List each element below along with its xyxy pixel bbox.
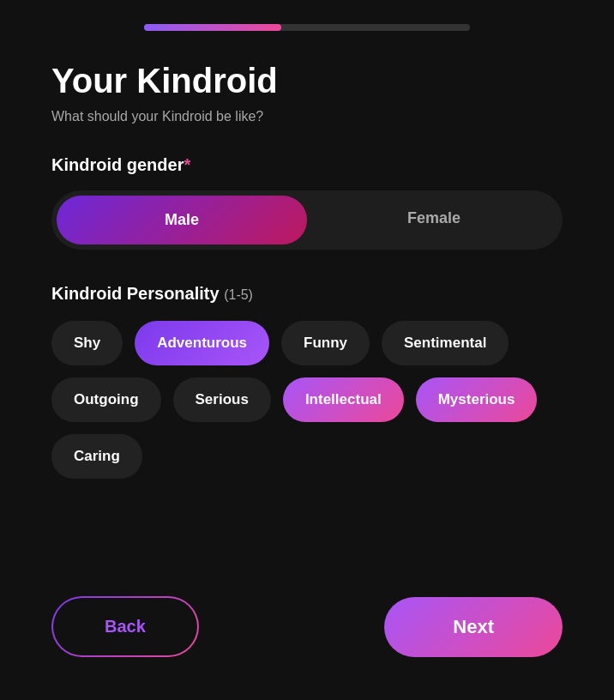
back-button[interactable]: Back bbox=[51, 596, 199, 657]
gender-toggle: Male Female bbox=[51, 190, 563, 250]
page-title: Your Kindroid bbox=[51, 62, 563, 100]
gender-section: Kindroid gender* Male Female bbox=[51, 155, 563, 250]
personality-chip-serious[interactable]: Serious bbox=[173, 377, 271, 422]
gender-label: Kindroid gender* bbox=[51, 155, 563, 175]
bottom-nav: Back Next bbox=[51, 596, 563, 657]
progress-bar-container bbox=[0, 0, 614, 31]
progress-bar-track bbox=[144, 24, 470, 31]
personality-chip-sentimental[interactable]: Sentimental bbox=[382, 321, 509, 365]
main-content: Your Kindroid What should your Kindroid … bbox=[0, 62, 614, 479]
page-subtitle: What should your Kindroid be like? bbox=[51, 109, 563, 124]
personality-grid: ShyAdventurousFunnySentimentalOutgoingSe… bbox=[51, 321, 563, 479]
personality-chip-adventurous[interactable]: Adventurous bbox=[135, 321, 269, 365]
personality-chip-outgoing[interactable]: Outgoing bbox=[51, 377, 161, 422]
personality-section: Kindroid Personality (1-5) ShyAdventurou… bbox=[51, 284, 563, 479]
personality-label: Kindroid Personality (1-5) bbox=[51, 284, 563, 304]
personality-chip-intellectual[interactable]: Intellectual bbox=[283, 377, 404, 422]
next-button[interactable]: Next bbox=[384, 597, 563, 657]
progress-bar-fill bbox=[144, 24, 281, 31]
gender-option-male[interactable]: Male bbox=[55, 194, 309, 246]
personality-chip-caring[interactable]: Caring bbox=[51, 434, 142, 479]
personality-chip-funny[interactable]: Funny bbox=[281, 321, 370, 365]
gender-option-female[interactable]: Female bbox=[309, 194, 559, 246]
personality-chip-shy[interactable]: Shy bbox=[51, 321, 123, 365]
personality-chip-mysterious[interactable]: Mysterious bbox=[416, 377, 538, 422]
